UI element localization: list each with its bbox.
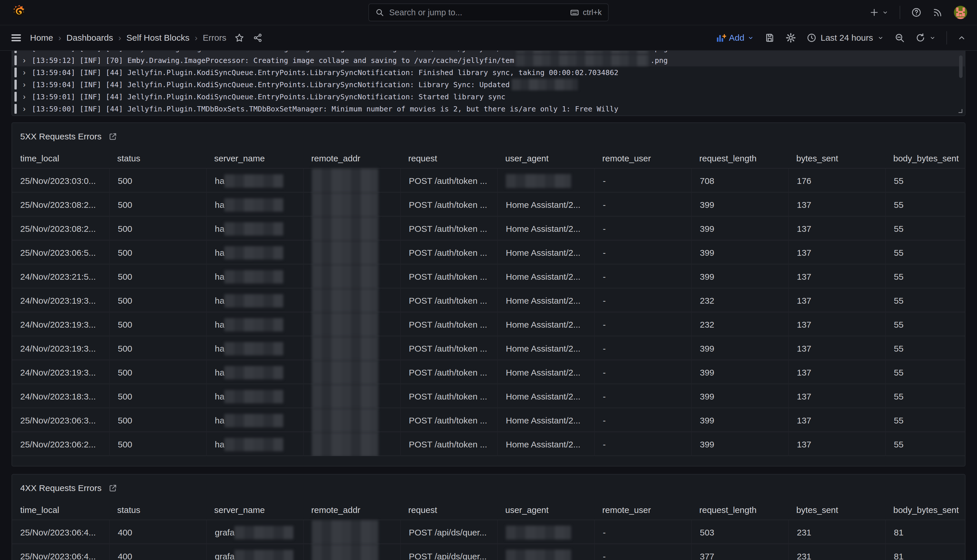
cell-request: POST /auth/token ... bbox=[400, 264, 497, 289]
log-line-text: [13:59:01] [INF] [44] Jellyfin.Plugin.Ko… bbox=[32, 93, 505, 101]
search-bar[interactable]: ctrl+k bbox=[368, 3, 609, 22]
table-row: 24/Nov/2023:19:3...500haPOST /auth/token… bbox=[12, 312, 965, 336]
column-header-bytes_sent[interactable]: bytes_sent bbox=[788, 500, 885, 520]
column-header-request[interactable]: request bbox=[400, 500, 497, 520]
breadcrumb-dashboards[interactable]: Dashboards bbox=[67, 33, 113, 43]
add-button[interactable]: Add bbox=[716, 33, 754, 43]
column-header-bytes_sent[interactable]: bytes_sent bbox=[788, 149, 885, 168]
cell-remote_addr bbox=[303, 288, 400, 313]
log-level-bar bbox=[15, 51, 17, 53]
cell-time_local: 25/Nov/2023:03:0... bbox=[12, 168, 109, 193]
cell-user_agent: Home Assistant/2... bbox=[497, 240, 594, 265]
cell-remote_user: - bbox=[594, 360, 691, 385]
refresh-button[interactable] bbox=[915, 33, 936, 43]
table-row: 25/Nov/2023:06:4...400grafaPOST /api/ds/… bbox=[12, 543, 965, 560]
redacted-remote_addr bbox=[312, 544, 378, 560]
cell-bytes_sent: 137 bbox=[788, 408, 885, 433]
log-expand-chevron[interactable]: › bbox=[21, 93, 28, 101]
column-header-status[interactable]: status bbox=[109, 500, 206, 520]
column-header-body_bytes_sent[interactable]: body_bytes_sent bbox=[885, 149, 965, 168]
save-dashboard-icon[interactable] bbox=[765, 33, 775, 43]
cell-bytes_sent: 176 bbox=[788, 168, 885, 193]
log-expand-chevron[interactable]: › bbox=[21, 81, 28, 88]
cell-body_bytes_sent: 81 bbox=[885, 520, 965, 545]
log-level-bar bbox=[15, 104, 17, 114]
redacted-server_name bbox=[224, 174, 283, 188]
panel-title[interactable]: 4XX Requests Errors bbox=[20, 483, 102, 493]
cell-server_name: ha bbox=[206, 432, 303, 456]
cell-time_local: 24/Nov/2023:19:3... bbox=[12, 312, 109, 337]
breadcrumb-separator: › bbox=[58, 33, 61, 43]
cell-remote_addr bbox=[303, 168, 400, 193]
redacted-server_name bbox=[224, 270, 283, 283]
log-expand-chevron[interactable]: › bbox=[21, 69, 28, 77]
column-header-request[interactable]: request bbox=[400, 149, 497, 168]
table-row: 24/Nov/2023:19:3...500haPOST /auth/token… bbox=[12, 336, 965, 360]
cell-remote_user: - bbox=[594, 408, 691, 433]
log-expand-chevron[interactable]: › bbox=[21, 105, 28, 113]
redacted-server_name bbox=[224, 246, 283, 260]
time-range-picker[interactable]: Last 24 hours bbox=[807, 33, 884, 43]
logs-scrollbar-thumb[interactable] bbox=[959, 55, 962, 78]
redacted-server_name bbox=[234, 526, 293, 539]
cell-bytes_sent: 137 bbox=[788, 336, 885, 361]
column-header-server_name[interactable]: server_name bbox=[206, 149, 303, 168]
column-header-remote_user[interactable]: remote_user bbox=[594, 500, 691, 520]
avatar[interactable] bbox=[954, 6, 967, 19]
cell-status: 500 bbox=[109, 384, 206, 409]
column-header-status[interactable]: status bbox=[109, 149, 206, 168]
redacted-server_name bbox=[224, 198, 283, 212]
search-input[interactable] bbox=[388, 8, 565, 18]
cell-request: POST /api/ds/quer... bbox=[400, 520, 497, 545]
cell-remote_user: - bbox=[594, 544, 691, 560]
breadcrumb-folder[interactable]: Self Host Blocks bbox=[127, 33, 189, 43]
log-level-bar bbox=[15, 80, 17, 90]
panel-resize-handle[interactable] bbox=[956, 107, 962, 113]
column-header-body_bytes_sent[interactable]: body_bytes_sent bbox=[885, 500, 965, 520]
help-icon[interactable] bbox=[911, 7, 922, 18]
external-link-icon[interactable] bbox=[108, 484, 117, 492]
news-icon[interactable] bbox=[932, 7, 943, 18]
log-expand-chevron[interactable]: › bbox=[21, 57, 28, 64]
log-expand-chevron[interactable]: › bbox=[21, 51, 28, 52]
zoom-out-icon[interactable] bbox=[894, 33, 905, 43]
column-header-remote_addr[interactable]: remote_addr bbox=[303, 500, 400, 520]
panel-5xx-requests-errors: 5XX Requests Errors time_localstatusserv… bbox=[12, 122, 965, 467]
breadcrumb-home[interactable]: Home bbox=[30, 33, 53, 43]
cell-remote_addr bbox=[303, 408, 400, 433]
external-link-icon[interactable] bbox=[108, 132, 117, 141]
cell-remote_addr bbox=[303, 544, 400, 560]
new-button[interactable] bbox=[870, 8, 889, 17]
menu-toggle-icon[interactable] bbox=[11, 33, 22, 42]
grafana-logo[interactable] bbox=[10, 3, 29, 22]
share-icon[interactable] bbox=[253, 33, 263, 43]
column-header-request_length[interactable]: request_length bbox=[691, 149, 788, 168]
cell-user_agent bbox=[497, 520, 594, 545]
column-header-user_agent[interactable]: user_agent bbox=[497, 500, 594, 520]
cell-status: 500 bbox=[109, 264, 206, 289]
column-header-remote_addr[interactable]: remote_addr bbox=[303, 149, 400, 168]
cell-request: POST /auth/token ... bbox=[400, 288, 497, 313]
cell-body_bytes_sent: 55 bbox=[885, 408, 965, 433]
collapse-toolbar-icon[interactable] bbox=[957, 33, 966, 42]
cell-status: 500 bbox=[109, 360, 206, 385]
redacted-user_agent bbox=[506, 526, 571, 540]
cell-time_local: 25/Nov/2023:06:3... bbox=[12, 408, 109, 433]
column-header-time_local[interactable]: time_local bbox=[12, 149, 109, 168]
log-row: ›[13:59:04] [INF] [44] Jellyfin.Plugin.K… bbox=[12, 78, 965, 91]
column-header-time_local[interactable]: time_local bbox=[12, 500, 109, 520]
cell-user_agent: Home Assistant/2... bbox=[497, 217, 594, 241]
cell-body_bytes_sent: 55 bbox=[885, 384, 965, 409]
column-header-server_name[interactable]: server_name bbox=[206, 500, 303, 520]
column-header-user_agent[interactable]: user_agent bbox=[497, 149, 594, 168]
cell-request_length: 399 bbox=[691, 336, 788, 361]
topbar-divider bbox=[900, 6, 900, 19]
panel-title[interactable]: 5XX Requests Errors bbox=[20, 132, 102, 142]
breadcrumb-current: Errors bbox=[203, 33, 226, 43]
cell-time_local: 25/Nov/2023:06:4... bbox=[12, 520, 109, 545]
dashboard-settings-icon[interactable] bbox=[785, 32, 796, 43]
column-header-request_length[interactable]: request_length bbox=[691, 500, 788, 520]
favorite-star-icon[interactable] bbox=[234, 33, 244, 43]
cell-status: 500 bbox=[109, 240, 206, 265]
column-header-remote_user[interactable]: remote_user bbox=[594, 149, 691, 168]
